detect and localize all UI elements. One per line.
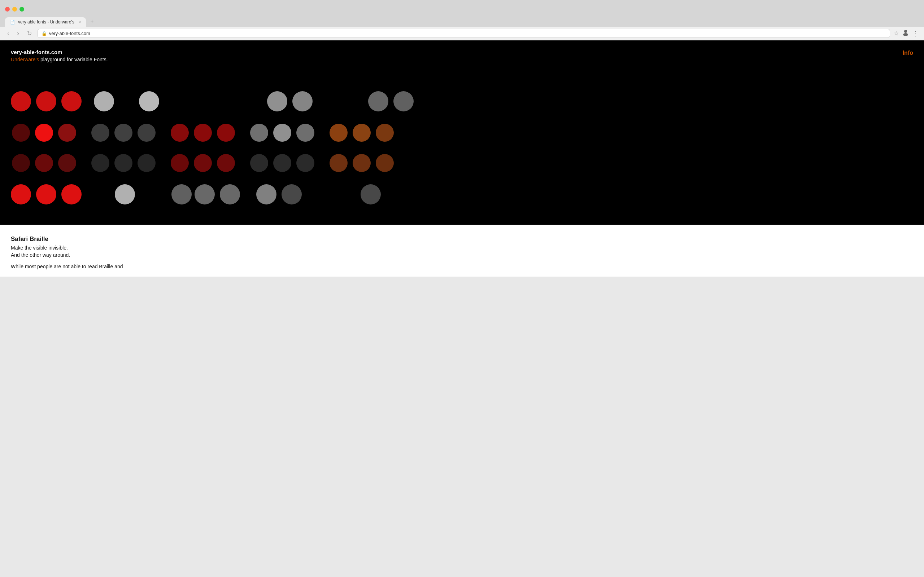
- back-button[interactable]: ‹: [5, 29, 11, 37]
- address-input[interactable]: 🔒 very-able-fonts.com: [37, 29, 890, 38]
- braille-dot: [273, 154, 291, 172]
- braille-dot: [194, 124, 212, 142]
- braille-dot: [61, 184, 82, 205]
- traffic-lights: [5, 7, 24, 11]
- tab-close-button[interactable]: ×: [79, 20, 81, 24]
- braille-dot: [292, 91, 313, 111]
- braille-dot: [91, 154, 109, 172]
- braille-dot: [220, 184, 240, 205]
- close-button[interactable]: [5, 7, 10, 11]
- menu-button[interactable]: ⋮: [913, 29, 919, 37]
- browser-chrome: 📄 very able fonts - Underware's × + ‹ › …: [0, 0, 924, 40]
- braille-dot: [137, 124, 155, 142]
- site-branding: very-able-fonts.com Underware's playgrou…: [11, 49, 108, 62]
- browser-tab[interactable]: 📄 very able fonts - Underware's ×: [5, 17, 86, 27]
- site-header: very-able-fonts.com Underware's playgrou…: [0, 40, 924, 69]
- braille-dot: [376, 154, 394, 172]
- page-content: very-able-fonts.com Underware's playgrou…: [0, 40, 924, 277]
- braille-dot: [12, 154, 30, 172]
- address-text: very-able-fonts.com: [49, 31, 90, 36]
- braille-dot: [115, 184, 135, 205]
- braille-dot: [115, 124, 132, 142]
- braille-dot: [36, 91, 56, 111]
- info-button[interactable]: Info: [903, 49, 913, 56]
- title-bar: [0, 0, 924, 15]
- braille-dot: [11, 184, 31, 205]
- braille-dot: [58, 124, 76, 142]
- braille-dot: [171, 124, 189, 142]
- braille-dot: [115, 154, 132, 172]
- braille-dot: [267, 91, 287, 111]
- braille-dot: [296, 154, 314, 172]
- minimize-button[interactable]: [12, 7, 17, 11]
- address-bar: ‹ › ↻ 🔒 very-able-fonts.com ☆ ⋮: [0, 27, 924, 40]
- braille-dot: [250, 154, 268, 172]
- svg-point-0: [904, 30, 907, 33]
- braille-dot: [91, 124, 109, 142]
- bookmark-button[interactable]: ☆: [894, 30, 899, 37]
- braille-dot: [171, 184, 192, 205]
- tab-label: very able fonts - Underware's: [18, 19, 74, 24]
- braille-dot: [353, 124, 371, 142]
- account-button[interactable]: [902, 29, 909, 37]
- refresh-button[interactable]: ↻: [25, 29, 34, 37]
- subtitle-rest: playground for Variable Fonts.: [39, 56, 108, 62]
- braille-dot: [217, 154, 235, 172]
- below-line1: Make the visible invisible.: [11, 245, 913, 251]
- tab-favicon: 📄: [10, 20, 15, 24]
- svg-point-1: [903, 33, 908, 36]
- braille-dot: [94, 91, 114, 111]
- braille-dot: [360, 184, 381, 205]
- braille-dot: [35, 124, 53, 142]
- site-container: very-able-fonts.com Underware's playgrou…: [0, 40, 924, 225]
- braille-dot: [35, 154, 53, 172]
- braille-dot: [330, 124, 347, 142]
- braille-dot: [376, 124, 394, 142]
- braille-dot: [171, 154, 189, 172]
- braille-dot: [195, 184, 215, 205]
- below-body: While most people are not able to read B…: [11, 264, 913, 269]
- braille-dot: [58, 154, 76, 172]
- braille-dot: [368, 91, 388, 111]
- braille-dot: [139, 91, 159, 111]
- tab-bar: 📄 very able fonts - Underware's × +: [0, 16, 924, 27]
- braille-dot: [12, 124, 30, 142]
- braille-dot: [36, 184, 56, 205]
- dots-area: [0, 69, 924, 225]
- below-content: Safari Braille Make the visible invisibl…: [0, 225, 924, 277]
- site-title: very-able-fonts.com: [11, 49, 108, 55]
- lock-icon: 🔒: [42, 31, 47, 36]
- brand-link[interactable]: Underware's: [11, 56, 39, 62]
- new-tab-button[interactable]: +: [86, 16, 151, 27]
- maximize-button[interactable]: [19, 7, 24, 11]
- braille-dot: [330, 154, 347, 172]
- braille-dot: [217, 124, 235, 142]
- below-line2: And the other way around.: [11, 252, 913, 258]
- braille-dot: [393, 91, 414, 111]
- below-title: Safari Braille: [11, 235, 913, 243]
- braille-dot: [11, 91, 31, 111]
- braille-dot: [256, 184, 276, 205]
- braille-dot: [273, 124, 291, 142]
- braille-dot: [353, 154, 371, 172]
- braille-dot: [137, 154, 155, 172]
- braille-dot: [296, 124, 314, 142]
- braille-dot: [250, 124, 268, 142]
- braille-dot: [194, 154, 212, 172]
- forward-button[interactable]: ›: [15, 29, 21, 37]
- braille-dot: [281, 184, 302, 205]
- braille-dot: [61, 91, 82, 111]
- site-subtitle: Underware's playground for Variable Font…: [11, 56, 108, 62]
